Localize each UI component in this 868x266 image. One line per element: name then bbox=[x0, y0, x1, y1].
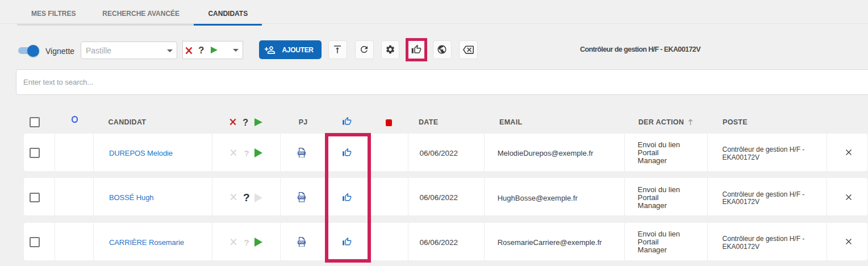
svg-text:DOC: DOC bbox=[298, 241, 304, 244]
svg-text:DOC: DOC bbox=[298, 196, 304, 199]
svg-text:DOC: DOC bbox=[298, 152, 304, 155]
